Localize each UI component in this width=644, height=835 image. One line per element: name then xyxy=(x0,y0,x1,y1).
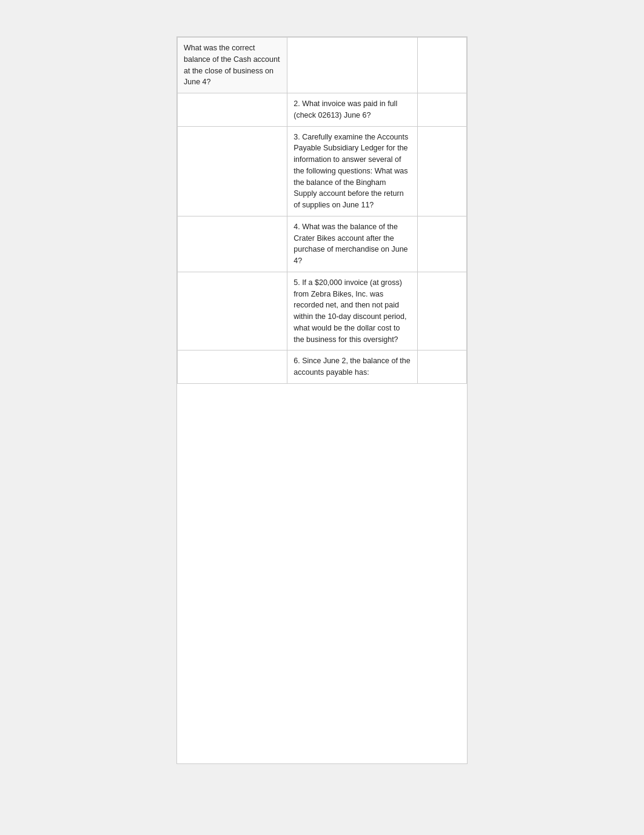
cell-q2-right xyxy=(417,93,466,127)
q6-text: 6. Since June 2, the balance of the acco… xyxy=(293,357,411,377)
q1-text: What was the correct balance of the Cash… xyxy=(184,44,280,86)
card: What was the correct balance of the Cash… xyxy=(176,36,468,764)
cell-q2-middle: 2. What invoice was paid in full (check … xyxy=(287,93,418,127)
cell-q6-right xyxy=(417,350,466,384)
cell-q3-right xyxy=(417,126,466,216)
cell-q1-middle xyxy=(287,38,418,93)
q5-text: 5. If a $20,000 invoice (at gross) from … xyxy=(293,278,406,344)
cell-q6-left xyxy=(178,350,287,384)
cell-q6-middle: 6. Since June 2, the balance of the acco… xyxy=(287,350,418,384)
cell-q4-left xyxy=(178,216,287,272)
table-row: 3. Carefully examine the Accounts Payabl… xyxy=(178,126,467,216)
table-row: 2. What invoice was paid in full (check … xyxy=(178,93,467,127)
table-row: What was the correct balance of the Cash… xyxy=(178,38,467,93)
cell-q5-right xyxy=(417,272,466,350)
cell-q2-left xyxy=(178,93,287,127)
q4-text: 4. What was the balance of the Crater Bi… xyxy=(293,223,408,265)
q2-text: 2. What invoice was paid in full (check … xyxy=(293,99,397,119)
cell-q1-right xyxy=(417,38,466,93)
cell-q3-middle: 3. Carefully examine the Accounts Payabl… xyxy=(287,126,418,216)
table-grid: What was the correct balance of the Cash… xyxy=(177,37,467,384)
cell-q5-middle: 5. If a $20,000 invoice (at gross) from … xyxy=(287,272,418,350)
cell-q5-left xyxy=(178,272,287,350)
page-wrapper: What was the correct balance of the Cash… xyxy=(0,0,644,835)
cell-q4-middle: 4. What was the balance of the Crater Bi… xyxy=(287,216,418,272)
cell-q3-left xyxy=(178,126,287,216)
table-row: 4. What was the balance of the Crater Bi… xyxy=(178,216,467,272)
table-row: 6. Since June 2, the balance of the acco… xyxy=(178,350,467,384)
table-row: 5. If a $20,000 invoice (at gross) from … xyxy=(178,272,467,350)
cell-q4-right xyxy=(417,216,466,272)
q3-text: 3. Carefully examine the Accounts Payabl… xyxy=(293,133,408,210)
cell-q1-left: What was the correct balance of the Cash… xyxy=(178,38,287,93)
